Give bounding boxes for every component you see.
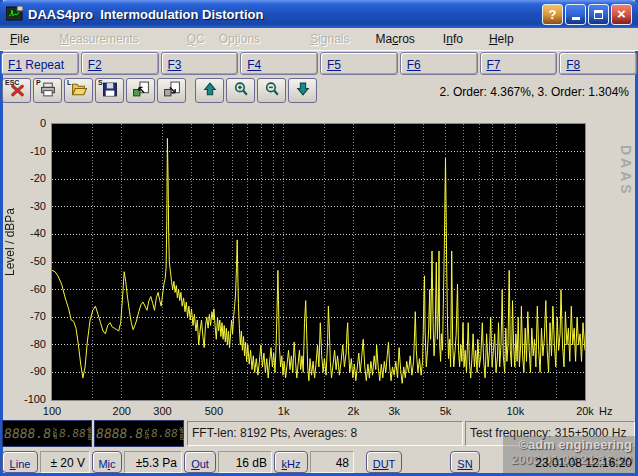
help-button[interactable]: ? (542, 4, 563, 25)
cancel-button[interactable]: ESC (2, 78, 31, 103)
app-icon (6, 6, 23, 22)
menu-bar: FileMeasurementsQCOptionsSignalsMacrosIn… (0, 28, 638, 51)
paste-display-icon (163, 81, 181, 101)
x-tick-label: 200 (113, 405, 131, 417)
load-button[interactable]: L (64, 78, 93, 103)
fkey-f5[interactable]: F5 (320, 52, 398, 75)
x-tick-label: 500 (205, 405, 223, 417)
x-axis-unit: Hz (599, 405, 612, 417)
scale-up-icon (201, 81, 219, 101)
y-tick-label: -50 (6, 255, 46, 267)
mic-range-value: ±5.3 Pa (124, 451, 182, 473)
spl-peak-unit: peak (178, 427, 184, 440)
window-controls: ? × (540, 4, 632, 25)
menu-signals: Signals (308, 30, 351, 48)
spl-level-digits: 8888.8 (95, 426, 144, 441)
load-key-label: L (67, 79, 71, 87)
x-tick-label: 2k (348, 405, 360, 417)
y-tick-label: -70 (6, 310, 46, 322)
output-button[interactable]: Out (184, 451, 216, 473)
dut-button[interactable]: DUT (366, 451, 402, 473)
scale-up-button[interactable] (195, 78, 224, 103)
x-tick-label: 300 (153, 405, 171, 417)
y-tick-label: -30 (6, 200, 46, 212)
serial-number-button[interactable]: SN (450, 451, 480, 473)
datetime-readout: 23.01.08 12:16:20 (535, 456, 632, 470)
cancel-key-label: ESC (5, 79, 19, 87)
zoom-out-icon (263, 81, 281, 101)
input-level-meter: 8888.8 dBV 8.88 peak (2, 420, 92, 447)
line-range-value: ± 20 V (40, 451, 90, 473)
distortion-order-readout: 2. Order: 4.367%, 3. Order: 1.304% (440, 85, 629, 99)
x-tick-label: 5k (440, 405, 452, 417)
fkey-f4[interactable]: F4 (240, 52, 318, 75)
save-key-label: S (98, 79, 103, 87)
minimize-button[interactable] (565, 4, 586, 25)
zoom-out-button[interactable] (257, 78, 286, 103)
spl-level-unit: SPL (144, 428, 150, 439)
sample-rate-unit-button[interactable]: kHz (274, 451, 308, 473)
output-level-value: 16 dB (218, 451, 272, 473)
y-tick-label: -60 (6, 283, 46, 295)
fkey-f3[interactable]: F3 (161, 52, 239, 75)
input-peak-digits: 8.88 (58, 427, 86, 440)
window-title: DAAS4pro Intermodulation Distortion (28, 7, 263, 22)
print-key-label: P (36, 79, 41, 87)
y-tick-label: 0 (6, 117, 46, 129)
paste-display-button[interactable] (157, 78, 186, 103)
input-peak-unit: peak (86, 427, 92, 440)
menu-file[interactable]: File (8, 30, 31, 48)
spl-level-meter: 8888.8 SPL 8.88 peak (94, 420, 184, 447)
fkey-f6[interactable]: F6 (400, 52, 478, 75)
y-tick-label: -20 (6, 172, 46, 184)
y-tick-label: -10 (6, 145, 46, 157)
y-tick-label: -80 (6, 338, 46, 350)
maximize-button[interactable] (588, 4, 609, 25)
fkey-f2[interactable]: F2 (81, 52, 159, 75)
x-tick-label: 1k (278, 405, 290, 417)
save-icon (101, 81, 119, 101)
print-button[interactable]: P (33, 78, 62, 103)
save-button[interactable]: S (95, 78, 124, 103)
scale-down-button[interactable] (288, 78, 317, 103)
x-tick-label: 100 (43, 405, 61, 417)
copy-display-button[interactable] (126, 78, 155, 103)
print-icon (39, 81, 57, 101)
x-tick-label: 3k (388, 405, 400, 417)
title-bar[interactable]: DAAS4pro Intermodulation Distortion ? × (0, 0, 638, 28)
fkey-f1-repeat[interactable]: F1 Repeat (1, 52, 79, 75)
menu-qc: QC (185, 30, 207, 48)
minimize-icon (572, 17, 580, 20)
spectrum-plot: DAAS (52, 124, 585, 400)
line-input-button[interactable]: Line (2, 451, 38, 473)
y-tick-label: -100 (6, 393, 46, 405)
menu-help[interactable]: Help (487, 30, 516, 48)
function-key-row: F1 RepeatF2F3F4F5F6F7F8 (1, 52, 637, 75)
menu-measurements: Measurements (57, 30, 140, 48)
plot-watermark: DAAS (618, 145, 634, 197)
fkey-f8[interactable]: F8 (559, 52, 637, 75)
x-tick-label: 10k (506, 405, 524, 417)
close-button[interactable]: × (611, 4, 632, 25)
scale-down-icon (294, 81, 312, 101)
load-icon (70, 81, 88, 101)
menu-info[interactable]: Info (441, 30, 465, 48)
y-tick-label: -40 (6, 227, 46, 239)
maximize-icon (594, 10, 603, 19)
sample-rate-value: 48 (310, 451, 354, 473)
fkey-f7[interactable]: F7 (480, 52, 558, 75)
zoom-in-icon (232, 81, 250, 101)
zoom-in-button[interactable] (226, 78, 255, 103)
app-window: DAAS4pro Intermodulation Distortion ? × … (0, 0, 638, 476)
menu-options: Options (217, 30, 262, 48)
copy-display-icon (132, 81, 150, 101)
input-level-digits: 8888.8 (3, 426, 52, 441)
mic-input-button[interactable]: Mic (92, 451, 122, 473)
fft-status-panel: FFT-len: 8192 Pts, Averages: 8 (187, 421, 463, 446)
toolbar: ESCPLS (2, 78, 319, 105)
x-tick-label: 20k (576, 405, 594, 417)
menu-macros[interactable]: Macros (374, 30, 417, 48)
chart-panel: DAAS Level / dBPa Hz 0-10-20-30-40-50-60… (0, 106, 638, 420)
spl-peak-digits: 8.88 (150, 427, 178, 440)
input-level-unit: dBV (52, 428, 58, 439)
